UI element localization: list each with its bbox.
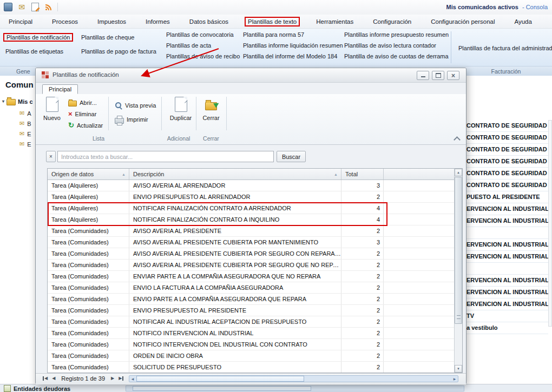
ribbon-item[interactable]: Plantillas de acta [164, 41, 242, 50]
scrollbar-thumb[interactable] [133, 386, 311, 391]
ribbon-item[interactable]: Plantillas de aviso de recibo [164, 52, 242, 61]
scrollbar-thumb[interactable] [455, 177, 462, 324]
table-row[interactable]: Tarea (Comunidades)ORDEN DE INICIO OBRA2 [48, 350, 454, 362]
table-row[interactable]: Tarea (Comunidades)ENVIO LA FACTURA A LA… [48, 282, 454, 294]
ribbon-item[interactable]: Plantillas de factura del administrador [456, 44, 552, 52]
tree-expander-icon[interactable]: ▾ [2, 99, 4, 104]
menu-item[interactable]: Herramientas [313, 17, 357, 26]
rss-icon[interactable] [44, 2, 54, 12]
table-cell-filler [384, 214, 454, 225]
scrollbar-thumb[interactable] [136, 376, 304, 382]
grid-horizontal-scrollbar[interactable]: ◀ ▶ [129, 375, 458, 382]
eliminar-button[interactable]: × Eliminar [66, 108, 105, 119]
compose-icon[interactable] [30, 2, 40, 12]
tree-item[interactable]: ✉B [19, 118, 31, 129]
ribbon-item[interactable]: Plantillas de etiquetas [3, 47, 73, 56]
menu-item[interactable]: Principal [5, 17, 36, 26]
tree-root-node[interactable]: ▾ Mis c [2, 97, 33, 105]
tree-items: ✉A✉B✉E✉E [19, 108, 31, 149]
ribbon-item[interactable]: Plantillas informe presupuesto resumen [342, 30, 451, 39]
table-row[interactable]: Tarea (Comunidades)AVISO AVERIA AL PRESI… [48, 260, 454, 271]
menu-item[interactable]: Impuestos [94, 17, 129, 26]
ribbon-item[interactable]: Plantillas de pago de factura [79, 47, 159, 56]
entidades-deudoras-panel[interactable]: Entidades deudoras [4, 385, 70, 392]
table-row[interactable]: Tarea (Alquileres)NOTIFICAR FINALIZACIÓN… [48, 203, 454, 214]
table-row[interactable]: Tarea (Comunidades)ENVIO PRESUPUESTO AL … [48, 305, 454, 316]
mail-icon[interactable]: ✉ [17, 2, 27, 12]
vista-previa-button[interactable]: Vista previa [113, 98, 158, 112]
table-row[interactable]: Tarea (Comunidades)NOTIFICAR AL INDUSTRI… [48, 316, 454, 328]
table-row[interactable]: Tarea (Comunidades)AVISO AVERIA AL PRESI… [48, 248, 454, 260]
ribbon-item[interactable]: Plantillas de aviso lectura contador [342, 41, 451, 50]
clear-search-button[interactable]: × [46, 151, 56, 162]
tree-item[interactable]: ✉E [19, 129, 31, 139]
table-row[interactable]: Tarea (Comunidades)NOTIFICO INTERVENCION… [48, 339, 454, 350]
table-row[interactable]: Tarea (Comunidades)AVISO AVERIA AL PRESI… [48, 225, 454, 237]
ribbon-item[interactable]: Plantillas de convocatoria [164, 30, 242, 39]
minimize-button[interactable] [417, 71, 429, 80]
background-scrollbar[interactable] [548, 120, 552, 327]
collapse-ribbon-icon[interactable] [454, 136, 461, 143]
first-record-button[interactable]: ◀ [41, 375, 49, 382]
table-row[interactable]: Tarea (Comunidades)NOTIFICO INTERVENCION… [48, 328, 454, 339]
table-cell: 4 [341, 214, 384, 225]
search-input[interactable] [57, 151, 274, 162]
background-panel-title: Comun [5, 80, 34, 89]
scroll-left-icon[interactable]: ◀ [129, 376, 136, 382]
table-row[interactable]: Tarea (Alquileres)ENVIO PRESUPUESTO AL A… [48, 191, 454, 203]
tree-item-label: A [27, 110, 31, 117]
scroll-right-icon[interactable]: ▶ [451, 376, 458, 382]
table-row[interactable]: Tarea (Alquileres)NOTIFICAR FINALIZACIÓN… [48, 214, 454, 225]
menu-item[interactable]: Configuración [370, 17, 415, 26]
menu-item[interactable]: Ayuda [511, 17, 535, 26]
last-record-button[interactable]: ▶ [117, 375, 125, 382]
buscar-button[interactable]: Buscar [277, 151, 306, 162]
ribbon-item[interactable]: Plantillas de cheque [79, 33, 159, 42]
grid-vertical-scrollbar[interactable]: ▲ ▼ [454, 169, 462, 373]
column-header-origen[interactable]: Origen de datos ▲ [48, 169, 129, 180]
preview-icon [115, 102, 122, 109]
clear-icon: × [49, 154, 52, 160]
tree-item[interactable]: ✉E [19, 139, 31, 149]
menu-item[interactable]: Datos básicos [186, 17, 232, 26]
tab-principal[interactable]: Principal [42, 84, 78, 94]
previous-record-button[interactable]: ◀ [50, 375, 57, 382]
duplicar-button[interactable]: Duplicar [169, 96, 193, 131]
maximize-button[interactable] [432, 71, 444, 80]
table-cell: Tarea (Comunidades) [48, 328, 129, 338]
actualizar-button[interactable]: ↻ Actualizar [66, 119, 105, 131]
menu-item[interactable]: Procesos [49, 17, 81, 26]
tree-item[interactable]: ✉A [19, 108, 31, 118]
table-row[interactable]: Tarea (Comunidades)ENVIO PARTE A LA COMP… [48, 294, 454, 305]
ribbon-item[interactable]: Plantilla del informe del Modelo 184 [241, 52, 345, 61]
ribbon-item[interactable]: Plantillas informe liquidación resumen [241, 41, 345, 50]
column-header-total[interactable]: Total [341, 169, 384, 180]
menu-item[interactable]: Configuración personal [428, 17, 498, 26]
ribbon-item[interactable]: Plantilla para norma 57 [241, 30, 345, 39]
cerrar-button[interactable]: Cerrar [199, 96, 223, 131]
ribbon-item[interactable]: Plantillas de notificación [3, 33, 73, 42]
table-cell: 4 [341, 203, 384, 214]
ribbon-column: Plantilla para norma 57Plantillas inform… [241, 30, 345, 61]
table-row[interactable]: Tarea (Comunidades)AVISO AVERIA AL PRESI… [48, 237, 454, 248]
app-icon[interactable] [3, 2, 13, 12]
table-cell: NOTIFICAR FINALIZACIÓN CONTRATO A ARREND… [129, 203, 341, 214]
dialog-titlebar[interactable]: Plantillas de notificación × [36, 68, 466, 83]
abrir-button[interactable]: Abrir... [66, 97, 105, 108]
menu-item[interactable]: Informes [142, 17, 173, 26]
table-row[interactable]: Tarea (Comunidades)ENVIAR PARTE A LA COM… [48, 271, 454, 282]
table-cell: Tarea (Alquileres) [48, 214, 129, 225]
menu-item[interactable]: Plantillas de texto [245, 17, 300, 26]
nuevo-button[interactable]: Nuevo [40, 96, 64, 131]
column-header-descripcion[interactable]: Descripción ▲ [129, 169, 341, 180]
scroll-down-icon[interactable]: ▼ [455, 365, 462, 373]
ribbon-item[interactable]: Plantilla de aviso de cuotas de derrama [342, 52, 451, 61]
table-row[interactable]: Tarea (Comunidades)SOLICITUD DE PRESUPUE… [48, 362, 454, 373]
bottom-horizontal-scrollbar[interactable] [126, 386, 464, 391]
scroll-up-icon[interactable]: ▲ [455, 169, 462, 176]
table-cell: NOTIFICO INTERVENCION AL INDUSTRIAL [129, 328, 341, 338]
next-record-button[interactable]: ▶ [109, 375, 116, 382]
table-row[interactable]: Tarea (Alquileres)AVISO AVERIA AL ARREND… [48, 180, 454, 191]
close-button[interactable]: × [447, 71, 459, 80]
imprimir-button[interactable]: Imprimir [113, 112, 158, 127]
